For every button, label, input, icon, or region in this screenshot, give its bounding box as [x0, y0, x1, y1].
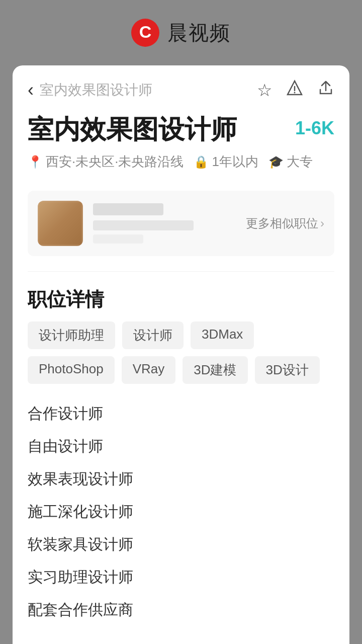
job-header: 室内效果图设计师 1-6K 📍 西安·未央区·未央路沿线 🔒 1年以内 🎓 大专 [13, 109, 349, 181]
job-location: 📍 西安·未央区·未央路沿线 [28, 153, 184, 171]
bottom-text: 基础特别弱或无基础想学习（学徒无薪资），（我们不 收费，但是需自行配备电脑等设备… [13, 636, 349, 644]
tag-photoshop: PhotoShop [28, 356, 115, 384]
chevron-right-icon: › [320, 216, 324, 230]
tag-vray: VRay [122, 356, 176, 384]
company-meta-blur [93, 220, 194, 230]
tag-3d-modeling: 3D建模 [183, 356, 247, 384]
list-item-7: 配套合作供应商 [28, 593, 334, 626]
nav-icons: ☆ [257, 79, 334, 101]
share-icon[interactable] [317, 79, 334, 101]
section-title: 职位详情 [13, 277, 349, 321]
job-education: 🎓 大专 [268, 153, 313, 171]
tag-3dmax: 3DMax [191, 321, 254, 349]
job-meta: 📍 西安·未央区·未央路沿线 🔒 1年以内 🎓 大专 [28, 153, 334, 171]
location-icon: 📍 [28, 155, 43, 169]
company-sub-blur [93, 234, 143, 244]
list-item-1: 合作设计师 [28, 397, 334, 430]
svg-text:C: C [139, 22, 152, 41]
nav-left: ‹ 室内效果图设计师 [28, 79, 152, 101]
svg-point-3 [294, 92, 296, 94]
job-title-row: 室内效果图设计师 1-6K [28, 114, 334, 145]
list-item-4: 施工深化设计师 [28, 495, 334, 528]
list-item-2: 自由设计师 [28, 430, 334, 462]
job-list: 合作设计师 自由设计师 效果表现设计师 施工深化设计师 软装家具设计师 实习助理… [13, 392, 349, 636]
job-experience: 🔒 1年以内 [194, 153, 258, 171]
more-similar-button[interactable]: 更多相似职位 › [246, 215, 324, 231]
job-detail-card: ‹ 室内效果图设计师 ☆ 室内效果图设计师 1-6K [13, 65, 349, 644]
job-title: 室内效果图设计师 [28, 114, 237, 145]
avatar-image [38, 201, 83, 246]
tag-designer: 设计师 [122, 321, 184, 349]
divider [28, 271, 334, 272]
list-item-3: 效果表现设计师 [28, 462, 334, 495]
tag-designer-assistant: 设计师助理 [28, 321, 115, 349]
company-section[interactable]: 更多相似职位 › [28, 191, 334, 256]
app-logo-icon: C [131, 19, 159, 47]
company-name-blur [93, 203, 163, 215]
top-bar: C 晨视频 [0, 0, 362, 65]
nav-bar: ‹ 室内效果图设计师 ☆ [13, 65, 349, 109]
tag-3d-design: 3D设计 [255, 356, 320, 384]
alert-icon[interactable] [286, 79, 303, 101]
app-name: 晨视频 [167, 19, 231, 47]
job-salary: 1-6K [295, 118, 334, 139]
tags-container: 设计师助理 设计师 3DMax PhotoShop VRay 3D建模 3D设计 [13, 321, 349, 392]
company-info [83, 203, 246, 244]
back-button[interactable]: ‹ [28, 79, 34, 101]
education-icon: 🎓 [268, 155, 284, 169]
list-item-6: 实习助理设计师 [28, 560, 334, 593]
favorite-icon[interactable]: ☆ [257, 80, 272, 100]
company-avatar [38, 201, 83, 246]
list-item-5: 软装家具设计师 [28, 528, 334, 560]
nav-title: 室内效果图设计师 [40, 80, 152, 100]
briefcase-icon: 🔒 [194, 155, 209, 169]
